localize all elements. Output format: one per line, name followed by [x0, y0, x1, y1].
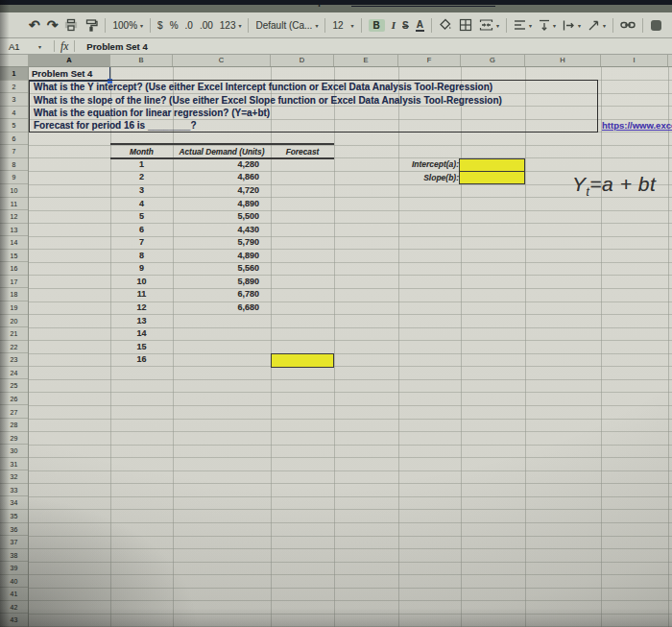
column-header-e[interactable]: E: [334, 54, 398, 66]
row-header-7[interactable]: 7: [0, 145, 28, 158]
row-header-41[interactable]: 41: [0, 588, 28, 601]
month-cell-3[interactable]: 3: [110, 184, 173, 198]
month-cell-13[interactable]: 13: [110, 315, 173, 328]
column-header-partial[interactable]: [668, 54, 672, 66]
caret-icon[interactable]: ▾: [38, 43, 41, 50]
insert-link-icon[interactable]: [620, 19, 636, 31]
table-header-month[interactable]: Month: [110, 146, 173, 158]
demand-cell-2[interactable]: 4,860: [173, 171, 259, 184]
italic-button[interactable]: I: [392, 19, 396, 31]
fill-color-icon[interactable]: [439, 18, 452, 32]
format-currency-button[interactable]: $: [157, 20, 163, 31]
column-header-i[interactable]: I: [601, 54, 668, 66]
question-line[interactable]: Forecast for period 16 is ________?: [30, 119, 597, 132]
demand-cell-4[interactable]: 4,890: [173, 198, 259, 211]
decrease-decimal-button[interactable]: .0: [185, 20, 193, 31]
row-header-30[interactable]: 30: [0, 445, 28, 458]
row-header-14[interactable]: 14: [0, 236, 28, 250]
row-header-29[interactable]: 29: [0, 432, 28, 446]
row-header-22[interactable]: 22: [0, 341, 28, 354]
row-header-13[interactable]: 13: [0, 224, 28, 237]
bold-button[interactable]: B: [369, 19, 385, 32]
horizontal-align-icon[interactable]: ▾: [514, 19, 532, 31]
question-line[interactable]: What is the slope of the line? (Use eith…: [30, 94, 597, 107]
text-rotation-icon[interactable]: ▾: [588, 19, 606, 32]
format-percent-button[interactable]: %: [170, 20, 179, 31]
row-header-2[interactable]: 2: [0, 81, 28, 94]
month-cell-8[interactable]: 8: [110, 250, 173, 263]
demand-cell-9[interactable]: 5,560: [173, 262, 259, 276]
merge-cells-icon[interactable]: ▾: [479, 18, 499, 32]
month-cell-10[interactable]: 10: [110, 276, 173, 289]
question-line[interactable]: What is the equation for linear regressi…: [30, 107, 597, 119]
row-header-17[interactable]: 17: [0, 276, 28, 289]
row-header-32[interactable]: 32: [0, 470, 28, 484]
table-header-forecast[interactable]: Forecast: [271, 146, 334, 158]
month-cell-2[interactable]: 2: [110, 171, 173, 184]
cell-reference-box[interactable]: A1: [0, 41, 36, 52]
row-header-20[interactable]: 20: [0, 315, 28, 328]
row-header-27[interactable]: 27: [0, 406, 28, 420]
text-color-button[interactable]: A: [416, 19, 424, 32]
row-header-37[interactable]: 37: [0, 536, 28, 549]
column-header-a[interactable]: A: [29, 54, 110, 66]
row-header-10[interactable]: 10: [0, 184, 28, 198]
slope-label[interactable]: Slope(b):: [382, 172, 459, 185]
month-cell-6[interactable]: 6: [110, 224, 173, 237]
font-size-select[interactable]: 12▾: [332, 20, 353, 31]
demand-cell-3[interactable]: 4,720: [173, 184, 259, 198]
demand-cell-7[interactable]: 5,790: [173, 236, 259, 250]
forecast-answer-cell[interactable]: [271, 353, 334, 368]
row-header-25[interactable]: 25: [0, 379, 28, 393]
column-header-g[interactable]: G: [461, 54, 525, 66]
increase-decimal-button[interactable]: .00: [200, 20, 213, 31]
print-icon[interactable]: [64, 18, 78, 32]
row-header-35[interactable]: 35: [0, 510, 28, 523]
row-header-18[interactable]: 18: [0, 288, 28, 301]
strikethrough-button[interactable]: S: [402, 20, 409, 31]
row-header-24[interactable]: 24: [0, 367, 28, 380]
month-cell-5[interactable]: 5: [110, 210, 173, 224]
slope-input-cell[interactable]: [460, 171, 524, 183]
month-cell-11[interactable]: 11: [110, 288, 173, 301]
row-header-33[interactable]: 33: [0, 484, 28, 497]
demand-cell-1[interactable]: 4,280: [173, 158, 259, 172]
row-header-19[interactable]: 19: [0, 301, 28, 315]
redo-button[interactable]: ↷: [47, 17, 59, 33]
undo-button[interactable]: ↶: [29, 17, 40, 33]
row-header-21[interactable]: 21: [0, 327, 28, 341]
row-header-28[interactable]: 28: [0, 419, 28, 432]
borders-icon[interactable]: [459, 18, 472, 32]
reference-link[interactable]: https://www.exce: [602, 120, 672, 133]
column-header-d[interactable]: D: [271, 54, 334, 66]
select-all-corner[interactable]: [0, 54, 29, 66]
question-line[interactable]: What is the Y intercept? (Use either Exc…: [30, 81, 597, 93]
row-header-5[interactable]: 5: [0, 119, 28, 133]
demand-cell-8[interactable]: 4,890: [173, 250, 259, 263]
month-cell-7[interactable]: 7: [110, 236, 173, 250]
month-cell-1[interactable]: 1: [110, 158, 173, 172]
row-header-4[interactable]: 4: [0, 107, 28, 120]
text-wrap-icon[interactable]: ▾: [563, 19, 581, 32]
column-header-f[interactable]: F: [398, 54, 461, 66]
more-number-formats-button[interactable]: 123▾: [220, 20, 242, 31]
month-cell-16[interactable]: 16: [110, 353, 173, 367]
demand-cell-10[interactable]: 5,890: [173, 276, 259, 289]
month-cell-4[interactable]: 4: [110, 198, 173, 211]
row-header-42[interactable]: 42: [0, 601, 28, 615]
row-header-15[interactable]: 15: [0, 250, 28, 263]
vertical-align-icon[interactable]: ▾: [539, 19, 556, 32]
row-header-16[interactable]: 16: [0, 262, 28, 276]
demand-cell-5[interactable]: 5,500: [173, 210, 259, 224]
column-header-b[interactable]: B: [110, 54, 173, 66]
zoom-select[interactable]: 100%▾: [112, 20, 143, 31]
row-header-40[interactable]: 40: [0, 575, 28, 589]
row-header-3[interactable]: 3: [0, 93, 28, 107]
table-header-demand[interactable]: Actual Demand (Units): [173, 146, 271, 158]
row-header-1[interactable]: 1: [0, 67, 28, 81]
row-header-23[interactable]: 23: [0, 353, 28, 367]
row-header-12[interactable]: 12: [0, 210, 28, 224]
row-header-43[interactable]: 43: [0, 614, 28, 627]
month-cell-14[interactable]: 14: [110, 327, 173, 341]
demand-cell-12[interactable]: 6,680: [173, 301, 259, 315]
